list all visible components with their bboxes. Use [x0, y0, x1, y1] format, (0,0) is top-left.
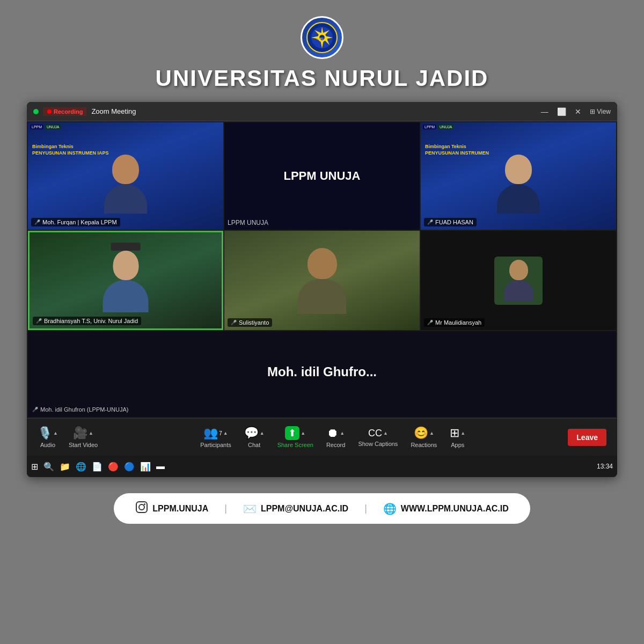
speaking-label: 🎤 Moh. idil Ghufron (LPPM-UNUJA) [32, 406, 128, 413]
divider-1: | [224, 503, 227, 514]
taskbar-app-7[interactable]: ▬ [156, 462, 165, 471]
video-cell-furqan: Bimbingan TeknisPENYUSUNAN INSTRUMEN IAP… [28, 122, 223, 230]
bimbingan-label-tr: Bimbingan TeknisPENYUSUNAN INSTRUMEN [425, 144, 489, 156]
instagram-contact: LPPM.UNUJA [135, 501, 208, 516]
svg-point-15 [144, 503, 145, 505]
lppm-badge-tl: LPPM [30, 125, 43, 129]
university-logo: UNUJA [301, 16, 343, 59]
zoom-toolbar: 🎙️ ▲ Audio 🎥 ▲ Start Video 👥 7 ▲ [27, 418, 617, 456]
svg-point-14 [139, 504, 144, 510]
taskbar-time: 13:34 [597, 463, 613, 470]
lppm-center-label: LPPM UNUJA [228, 219, 268, 226]
video-cell-maulidiansyah: 🎤 Mr Maulidiansyah [421, 231, 616, 330]
participants-button[interactable]: 👥 7 ▲ Participants [200, 426, 231, 448]
video-cell-sulistiyanto: 🎤 Sulistiyanto [224, 231, 420, 330]
label-fuad: 🎤 FUAD HASAN [424, 218, 477, 226]
video-grid: Bimbingan TeknisPENYUSUNAN INSTRUMEN IAP… [27, 121, 617, 418]
restore-button[interactable]: ⬜ [557, 107, 566, 116]
contact-bar: LPPM.UNUJA | ✉️ LPPM@UNUJA.AC.ID | 🌐 WWW… [114, 493, 530, 524]
chat-button[interactable]: 💬 ▲ Chat [244, 426, 265, 448]
minimize-button[interactable]: — [541, 107, 548, 116]
apps-button[interactable]: ⊞ ▲ Apps [450, 426, 465, 448]
label-bradhiansyah: 🎤 Bradhiansyah T.S, Univ. Nurul Jadid [33, 317, 141, 325]
zoom-window: Recording Zoom Meeting — ⬜ ✕ ⊞ View Bimb… [27, 102, 617, 477]
audio-button[interactable]: 🎙️ ▲ Audio [38, 426, 58, 448]
label-furqan: 🎤 Moh. Furqan | Kepala LPPM [31, 218, 120, 226]
search-icon[interactable]: 🔍 [43, 462, 54, 472]
unuja-badge-tl: UNUJA [45, 125, 61, 129]
connection-indicator [33, 109, 39, 114]
recording-badge: Recording [43, 107, 87, 116]
record-button[interactable]: ⏺ ▲ Record [326, 426, 345, 448]
label-maulidiansyah: 🎤 Mr Maulidiansyah [424, 318, 485, 327]
instagram-icon [135, 501, 148, 516]
website-icon: 🌐 [383, 502, 397, 515]
windows-start-icon[interactable]: ⊞ [31, 462, 38, 472]
taskbar-app-2[interactable]: 🌐 [76, 462, 86, 472]
unuja-badge-tr: UNUJA [438, 125, 453, 129]
share-screen-button[interactable]: ⬆ ▲ Share Screen [277, 426, 313, 448]
video-cell-lppm: LPPM UNUJA LPPM UNUJA [224, 122, 420, 230]
taskbar-app-3[interactable]: 📄 [92, 462, 103, 472]
speaking-name: Moh. idil Ghufro... [267, 364, 377, 379]
lppm-badge-tr: LPPM [423, 125, 436, 129]
recording-label: Recording [54, 108, 83, 115]
lppm-center-title: LPPM UNUJA [283, 169, 360, 183]
header-section: UNUJA UNIVERSITAS NURUL JADID [0, 0, 644, 102]
taskbar-app-4[interactable]: 🔴 [108, 462, 119, 472]
windows-taskbar: ⊞ 🔍 📁 🌐 📄 🔴 🔵 📊 ▬ 13:34 [27, 456, 617, 477]
zoom-title: Zoom Meeting [91, 107, 136, 115]
taskbar-app-5[interactable]: 🔵 [124, 462, 135, 472]
close-button[interactable]: ✕ [575, 107, 581, 116]
reactions-button[interactable]: 😊 ▲ Reactions [411, 426, 437, 448]
email-icon: ✉️ [243, 502, 257, 515]
email-contact: ✉️ LPPM@UNUJA.AC.ID [243, 502, 348, 515]
university-title: UNIVERSITAS NURUL JADID [156, 65, 489, 91]
captions-button[interactable]: CC ▲ Show Captions [358, 428, 398, 447]
svg-text:UNUJA: UNUJA [317, 37, 328, 40]
view-label: ⊞ View [590, 108, 611, 115]
taskbar-app-6[interactable]: 📊 [140, 462, 151, 472]
label-sulistiyanto: 🎤 Sulistiyanto [228, 318, 272, 327]
video-button[interactable]: 🎥 ▲ Start Video [69, 426, 98, 448]
website-contact: 🌐 WWW.LPPM.UNUJA.AC.ID [383, 502, 509, 515]
footer-section: LPPM.UNUJA | ✉️ LPPM@UNUJA.AC.ID | 🌐 WWW… [0, 477, 644, 540]
zoom-titlebar: Recording Zoom Meeting — ⬜ ✕ ⊞ View [27, 102, 617, 121]
video-cell-fuad: Bimbingan TeknisPENYUSUNAN INSTRUMEN LPP… [421, 122, 616, 230]
video-cell-bradhiansyah: 🎤 Bradhiansyah T.S, Univ. Nurul Jadid [28, 231, 223, 330]
leave-button[interactable]: Leave [568, 429, 606, 446]
svg-rect-13 [136, 502, 147, 513]
taskbar-app-1[interactable]: 📁 [60, 462, 70, 472]
video-cell-ghufron: Moh. idil Ghufro... 🎤 Moh. idil Ghufron … [28, 331, 616, 417]
recording-dot [47, 109, 52, 114]
bimbingan-label: Bimbingan TeknisPENYUSUNAN INSTRUMEN IAP… [32, 144, 109, 156]
divider-2: | [364, 503, 367, 514]
